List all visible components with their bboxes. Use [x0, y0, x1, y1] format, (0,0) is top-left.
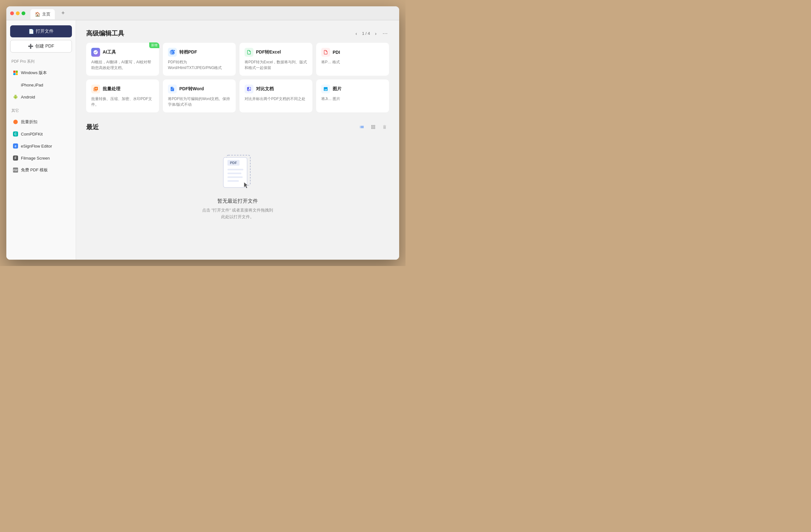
pdfpro-card-icon	[321, 48, 330, 57]
sidebar-item-windows[interactable]: Windows 版本	[10, 68, 72, 78]
sidebar-item-iphone-label: iPhone,iPad	[21, 83, 43, 88]
list-view-button[interactable]	[357, 123, 366, 131]
sidebar-item-compdfkit-label: ComPDFKit	[21, 132, 43, 137]
compare-card-desc: 对比并标出两个PDF文档的不同之处	[245, 96, 307, 101]
ai-new-badge: 新增	[149, 43, 159, 48]
compdfkit-icon: C	[13, 131, 18, 137]
recent-title: 最近	[86, 123, 99, 131]
apple-icon	[13, 82, 18, 88]
tool-card-image[interactable]: 图片 将Ji… 图片	[316, 79, 389, 112]
new-tab-button[interactable]: +	[59, 9, 67, 18]
sidebar-item-windows-label: Windows 版本	[21, 70, 47, 76]
image-card-header: 图片	[321, 84, 384, 93]
image-card-title: 图片	[333, 86, 341, 92]
sidebar-item-iphone-ipad[interactable]: iPhone,iPad	[10, 80, 72, 90]
excel-card-desc: 将PDF转为Excel，数据将与列、版式和格式一起保留	[245, 59, 307, 71]
compare-card-icon	[245, 84, 254, 93]
home-tab[interactable]: 🏠 主页	[30, 9, 55, 19]
main-area: 📄 打开文件 ➕ 创建 PDF PDF Pro 系列 Windows 版本 iP…	[6, 20, 399, 260]
batch-card-icon	[91, 84, 100, 93]
sidebar-item-filmage[interactable]: F Filmage Screen	[10, 153, 72, 163]
tools-pagination: ‹ 1 / 4 › ···	[353, 30, 389, 37]
tool-card-pdf-word[interactable]: PDF转Word 将PDF转为可编辑的Word文档。保持字体/版式不动	[163, 79, 236, 112]
minimize-button[interactable]	[16, 11, 20, 15]
sidebar-item-android[interactable]: Android	[10, 92, 72, 101]
grid-view-button[interactable]	[369, 123, 378, 131]
sidebar-item-compdfkit[interactable]: C ComPDFKit	[10, 129, 72, 139]
maximize-button[interactable]	[21, 11, 25, 15]
tools-more-button[interactable]: ···	[381, 30, 389, 37]
excel-card-icon	[245, 48, 254, 57]
image-card-icon	[321, 84, 330, 93]
open-file-icon: 📄	[29, 29, 34, 34]
ai-card-title: AI工具	[103, 49, 116, 55]
batch-card-desc: 批量转换、压缩、加密、水印PDF文件。	[91, 96, 154, 107]
tools-prev-button[interactable]: ‹	[353, 30, 360, 37]
tool-card-excel[interactable]: PDF转Excel 将PDF转为Excel，数据将与列、版式和格式一起保留	[240, 43, 312, 76]
tools-section-title: 高级编辑工具	[86, 29, 124, 38]
sidebar-item-free-template[interactable]: PDF 免费 PDF 模板	[10, 165, 72, 175]
pdfpro-card-header: PDI	[321, 48, 384, 57]
sidebar-item-filmage-label: Filmage Screen	[21, 156, 50, 160]
convert-card-desc: PDF转档为Word/Html/TXT/JPEG/PNG格式	[168, 59, 231, 71]
sidebar-item-free-template-label: 免费 PDF 模板	[21, 167, 48, 173]
free-template-icon: PDF	[13, 167, 18, 173]
titlebar: 🏠 主页 +	[6, 6, 399, 20]
empty-state-icon: PDF	[218, 151, 257, 192]
ai-card-desc: AI概括，AI翻译，AI重写，AI校对帮助您高效处理文档。	[91, 59, 154, 71]
create-pdf-icon: ➕	[28, 44, 33, 49]
tools-next-button[interactable]: ›	[372, 30, 380, 37]
sidebar-item-esignflow-label: eSignFlow Editor	[21, 144, 52, 148]
home-icon: 🏠	[35, 12, 40, 17]
tools-section-header: 高级编辑工具 ‹ 1 / 4 › ···	[86, 29, 389, 38]
recent-header: 最近	[86, 123, 389, 131]
batch-card-header: 批量处理	[91, 84, 154, 93]
tool-card-pdfpro[interactable]: PDI 将P… 格式	[316, 43, 389, 76]
view-controls	[357, 123, 389, 131]
tools-grid: 新增 AI工具 AI概括，AI翻译，AI重写，AI校对帮助您高效处理文档。	[86, 43, 389, 112]
delete-button[interactable]	[380, 123, 389, 131]
android-icon	[13, 94, 18, 100]
close-button[interactable]	[10, 11, 14, 15]
tool-card-convert[interactable]: 转档PDF PDF转档为Word/Html/TXT/JPEG/PNG格式	[163, 43, 236, 76]
ai-card-icon	[91, 48, 100, 57]
empty-state: PDF 暂无最近打开文件 点击 "打开文件" 或者直接将文件拖拽到此处以打开文件…	[86, 138, 389, 233]
traffic-lights	[10, 11, 25, 15]
svg-rect-5	[228, 173, 241, 174]
pdf-word-card-icon	[168, 84, 177, 93]
svg-rect-7	[228, 180, 239, 182]
compare-card-header: 对比文档	[245, 84, 307, 93]
sidebar-item-batch-label: 批量折扣	[21, 119, 37, 125]
tool-card-ai[interactable]: 新增 AI工具 AI概括，AI翻译，AI重写，AI校对帮助您高效处理文档。	[86, 43, 159, 76]
compare-card-title: 对比文档	[256, 86, 274, 92]
esignflow-icon: e	[13, 143, 18, 149]
ai-card-header: AI工具	[91, 48, 154, 57]
series-section-title: PDF Pro 系列	[10, 59, 72, 64]
convert-card-header: 转档PDF	[168, 48, 231, 57]
tool-card-batch[interactable]: 批量处理 批量转换、压缩、加密、水印PDF文件。	[86, 79, 159, 112]
excel-card-header: PDF转Excel	[245, 48, 307, 57]
windows-icon	[13, 70, 18, 76]
tool-card-compare[interactable]: 对比文档 对比并标出两个PDF文档的不同之处	[240, 79, 312, 112]
tools-pagination-label: 1 / 4	[362, 31, 370, 36]
create-pdf-button[interactable]: ➕ 创建 PDF	[10, 40, 72, 52]
convert-card-title: 转档PDF	[179, 49, 197, 55]
image-card-desc: 将Ji… 图片	[321, 96, 384, 101]
sidebar-item-batch-discount[interactable]: 批量折扣	[10, 117, 72, 127]
excel-card-title: PDF转Excel	[256, 49, 281, 55]
sidebar-item-esignflow[interactable]: e eSignFlow Editor	[10, 141, 72, 151]
batch-discount-icon	[13, 119, 18, 125]
pdfpro-card-desc: 将P… 格式	[321, 59, 384, 65]
open-file-button[interactable]: 📄 打开文件	[10, 25, 72, 37]
sidebar-item-android-label: Android	[21, 95, 35, 99]
empty-state-subtitle: 点击 "打开文件" 或者直接将文件拖拽到此处以打开文件。	[202, 207, 273, 220]
svg-rect-6	[228, 176, 243, 178]
recent-section: 最近	[86, 123, 389, 233]
other-section-title: 其它	[10, 108, 72, 113]
content-area: 高级编辑工具 ‹ 1 / 4 › ··· 新增	[76, 20, 399, 260]
pdf-word-card-header: PDF转Word	[168, 84, 231, 93]
convert-card-icon	[168, 48, 177, 57]
batch-card-title: 批量处理	[103, 86, 120, 92]
app-window: 🏠 主页 + 📄 打开文件 ➕ 创建 PDF PDF Pro 系列 Windo	[6, 6, 399, 260]
sidebar: 📄 打开文件 ➕ 创建 PDF PDF Pro 系列 Windows 版本 iP…	[6, 20, 76, 260]
